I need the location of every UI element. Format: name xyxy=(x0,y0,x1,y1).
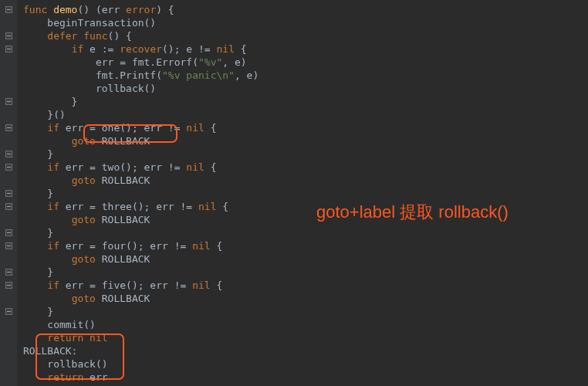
code-token xyxy=(23,30,47,42)
code-line[interactable]: beginTransaction() xyxy=(23,16,588,29)
gutter-line xyxy=(0,344,17,357)
code-line[interactable]: commit() xyxy=(23,318,588,331)
code-line[interactable]: rollback() xyxy=(23,357,588,371)
code-token xyxy=(23,240,47,252)
code-line[interactable]: } xyxy=(23,226,588,239)
fold-icon[interactable] xyxy=(5,32,12,39)
fold-icon[interactable] xyxy=(5,242,12,249)
code-token: rollback() xyxy=(23,358,108,370)
code-token xyxy=(23,174,72,186)
code-token: "%v panic\n" xyxy=(162,69,235,81)
code-token: error xyxy=(126,4,156,15)
gutter-line xyxy=(0,292,17,305)
code-line[interactable]: return nil xyxy=(23,331,588,344)
code-line[interactable]: } xyxy=(23,147,588,161)
code-token: } xyxy=(23,148,53,160)
code-line[interactable]: goto ROLLBACK xyxy=(23,134,588,147)
code-token: nil xyxy=(186,122,210,134)
code-token: { xyxy=(216,279,222,291)
fold-end-icon[interactable] xyxy=(5,269,12,276)
code-line[interactable]: if err = four(); err != nil { xyxy=(23,239,588,252)
code-line[interactable]: } xyxy=(23,305,588,318)
gutter-line xyxy=(0,252,17,266)
code-line[interactable]: ROLLBACK: xyxy=(23,344,588,357)
code-token: nil xyxy=(217,43,241,55)
code-token: fmt.Printf( xyxy=(23,69,162,81)
code-line[interactable]: fmt.Printf("%v panic\n", e) xyxy=(23,69,588,82)
fold-end-icon[interactable] xyxy=(5,98,12,105)
code-token: err = four(); err != xyxy=(66,240,192,252)
gutter-line xyxy=(0,95,17,108)
gutter-line xyxy=(0,239,17,252)
code-line[interactable]: rollback() xyxy=(23,82,588,95)
code-token: err xyxy=(90,371,107,383)
code-line[interactable]: goto ROLLBACK xyxy=(23,252,588,266)
gutter-line xyxy=(0,213,17,226)
gutter-line xyxy=(0,69,17,82)
fold-icon[interactable] xyxy=(5,6,12,13)
code-line[interactable]: func demo() (err error) { xyxy=(23,3,588,16)
code-token: { xyxy=(222,201,228,212)
gutter-line xyxy=(0,174,17,187)
gutter-line xyxy=(0,266,17,279)
code-token: } xyxy=(23,266,53,278)
code-token: { xyxy=(211,161,217,173)
code-area[interactable]: func demo() (err error) { beginTransacti… xyxy=(17,0,588,386)
gutter xyxy=(0,0,17,386)
gutter-line xyxy=(0,108,17,121)
gutter-line xyxy=(0,147,17,161)
gutter-line xyxy=(0,331,17,344)
code-line[interactable]: if err = two(); err != nil { xyxy=(23,161,588,174)
code-token: , e) xyxy=(235,69,259,81)
code-token xyxy=(23,293,72,304)
code-token: ROLLBACK: xyxy=(23,345,77,357)
fold-icon[interactable] xyxy=(5,46,12,52)
gutter-line xyxy=(0,318,17,331)
code-token: goto xyxy=(72,214,102,225)
fold-end-icon[interactable] xyxy=(5,308,12,315)
gutter-line xyxy=(0,29,17,42)
code-token: beginTransaction() xyxy=(23,17,156,29)
code-token: } xyxy=(23,227,53,239)
code-token: if xyxy=(47,201,65,212)
code-token: } xyxy=(23,306,53,317)
code-token: nil xyxy=(186,161,210,173)
code-token: if xyxy=(47,161,65,173)
code-token xyxy=(23,371,47,383)
code-line[interactable]: return err xyxy=(23,371,588,384)
gutter-line xyxy=(0,16,17,29)
code-line[interactable]: }() xyxy=(23,108,588,121)
gutter-line xyxy=(0,56,17,69)
fold-end-icon[interactable] xyxy=(5,151,12,157)
gutter-line xyxy=(0,200,17,213)
code-line[interactable]: goto ROLLBACK xyxy=(23,174,588,187)
fold-icon[interactable] xyxy=(5,282,12,289)
code-token: err = three(); err != xyxy=(66,201,198,212)
code-line[interactable]: defer func() { xyxy=(23,29,588,42)
code-line[interactable]: } xyxy=(23,187,588,200)
code-line[interactable]: goto ROLLBACK xyxy=(23,292,588,305)
fold-end-icon[interactable] xyxy=(5,190,12,197)
gutter-line xyxy=(0,42,17,56)
code-token: } xyxy=(23,188,53,199)
gutter-line xyxy=(0,226,17,239)
annotation-text: goto+label 提取 rollback() xyxy=(316,201,509,224)
code-token: defer func xyxy=(47,30,107,42)
code-line[interactable]: } xyxy=(23,95,588,108)
code-token xyxy=(23,135,72,147)
code-line[interactable]: if err = one(); err != nil { xyxy=(23,121,588,134)
fold-icon[interactable] xyxy=(5,124,12,131)
code-line[interactable]: if e := recover(); e != nil { xyxy=(23,42,588,56)
code-token xyxy=(23,279,47,291)
code-token: } xyxy=(23,96,77,107)
code-line[interactable]: err = fmt.Errorf("%v", e) xyxy=(23,56,588,69)
code-line[interactable]: } xyxy=(23,266,588,279)
code-token: func xyxy=(23,4,53,15)
code-token: err = five(); err != xyxy=(66,279,192,291)
code-token: e := xyxy=(90,43,120,55)
code-token: return xyxy=(47,371,90,383)
fold-icon[interactable] xyxy=(5,164,12,171)
fold-icon[interactable] xyxy=(5,203,12,210)
code-line[interactable]: if err = five(); err != nil { xyxy=(23,279,588,292)
fold-end-icon[interactable] xyxy=(5,229,12,236)
